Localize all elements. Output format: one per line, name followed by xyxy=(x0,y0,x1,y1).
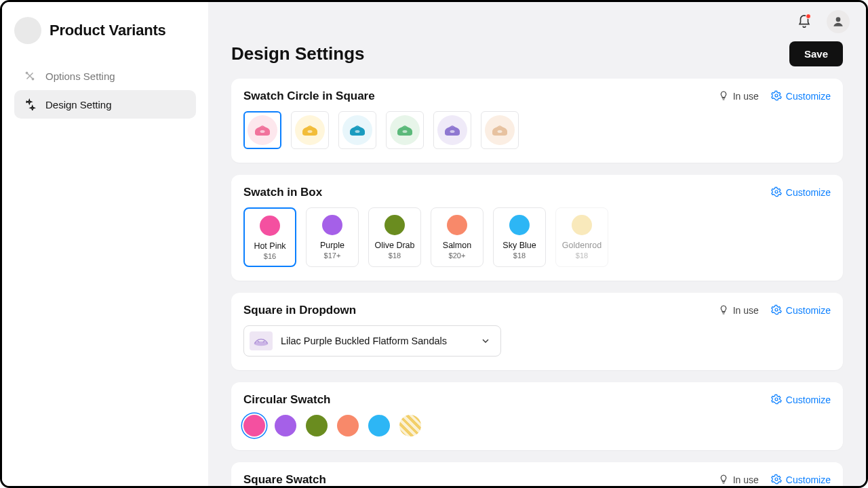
swatch-price: $18 xyxy=(372,251,418,260)
sidebar-item-label: Options Setting xyxy=(45,70,115,82)
swatch-box[interactable]: Salmon$20+ xyxy=(431,207,484,267)
bag-icon xyxy=(300,122,320,138)
sidebar-item-label: Design Setting xyxy=(45,99,112,110)
variant-dropdown[interactable]: Lilac Purple Buckled Flatform Sandals xyxy=(243,325,501,357)
lightbulb-icon xyxy=(718,474,729,487)
circular-swatch[interactable] xyxy=(243,415,265,436)
svg-point-3 xyxy=(775,94,778,97)
section-title: Swatch in Box xyxy=(243,186,322,199)
swatch-box[interactable]: Sky Blue$18 xyxy=(493,207,546,267)
lightbulb-icon xyxy=(718,304,729,317)
circular-swatch[interactable] xyxy=(399,415,421,436)
svg-point-8 xyxy=(450,130,455,133)
swatch-box[interactable]: Hot Pink$16 xyxy=(243,207,296,267)
swatch-background xyxy=(248,115,277,145)
gear-icon xyxy=(771,394,782,407)
notifications-button[interactable] xyxy=(797,14,812,29)
swatch-name: Sky Blue xyxy=(496,241,542,250)
circular-swatch[interactable] xyxy=(368,415,390,436)
gear-icon xyxy=(771,474,782,487)
swatch-name: Hot Pink xyxy=(248,241,292,251)
customize-label: Customize xyxy=(786,91,831,102)
swatch-box[interactable]: Purple$17+ xyxy=(306,207,359,267)
notification-dot-icon xyxy=(806,14,811,19)
in-use-label: In use xyxy=(733,305,759,316)
svg-point-10 xyxy=(775,190,778,193)
save-button[interactable]: Save xyxy=(789,41,843,66)
svg-point-7 xyxy=(403,130,408,133)
in-use-badge: In use xyxy=(718,90,759,103)
gear-icon xyxy=(771,186,782,199)
svg-point-12 xyxy=(254,342,269,346)
customize-label: Customize xyxy=(786,187,831,198)
swatch-tile[interactable] xyxy=(291,111,329,149)
bag-icon xyxy=(442,122,462,138)
section-circular-swatch: Circular Swatch Customize xyxy=(231,382,843,450)
customize-label: Customize xyxy=(786,394,831,405)
svg-point-2 xyxy=(836,17,841,22)
in-use-label: In use xyxy=(733,474,759,485)
in-use-badge: In use xyxy=(718,304,759,317)
tools-icon xyxy=(24,70,36,82)
page-title: Design Settings xyxy=(231,43,364,64)
color-dot xyxy=(322,215,342,235)
color-dot xyxy=(509,215,530,235)
swatch-name: Olive Drab xyxy=(372,241,418,250)
svg-point-6 xyxy=(355,130,360,133)
brand-avatar xyxy=(14,17,41,44)
swatch-tile[interactable] xyxy=(481,111,519,149)
section-square-in-dropdown: Square in Dropdown In use Customize L xyxy=(231,293,843,370)
customize-label: Customize xyxy=(786,305,831,316)
swatch-background xyxy=(295,115,325,145)
brand: Product Variants xyxy=(14,17,196,44)
swatch-tile[interactable] xyxy=(386,111,424,149)
customize-button[interactable]: Customize xyxy=(771,304,831,317)
section-title: Square Swatch xyxy=(243,473,326,486)
bag-icon xyxy=(347,122,368,138)
customize-button[interactable]: Customize xyxy=(771,90,831,103)
swatch-price: $16 xyxy=(248,252,292,260)
circular-swatch[interactable] xyxy=(275,415,296,436)
dropdown-thumbnail xyxy=(250,331,273,350)
swatch-price: $17+ xyxy=(309,251,355,260)
bag-icon xyxy=(490,122,510,138)
brand-title: Product Variants xyxy=(50,22,166,39)
swatch-tile[interactable] xyxy=(338,111,376,149)
swatch-price: $20+ xyxy=(434,251,480,260)
swatch-background xyxy=(485,115,515,145)
bag-icon xyxy=(252,122,273,138)
svg-point-9 xyxy=(498,130,502,133)
gear-icon xyxy=(771,90,782,103)
section-title: Square in Dropdown xyxy=(243,304,356,317)
swatch-box[interactable]: Olive Drab$18 xyxy=(368,207,421,267)
customize-label: Customize xyxy=(786,474,831,485)
color-dot xyxy=(260,216,280,236)
user-avatar[interactable] xyxy=(827,10,850,33)
swatch-background xyxy=(437,115,467,145)
svg-point-13 xyxy=(775,398,778,401)
customize-button[interactable]: Customize xyxy=(771,186,831,199)
customize-button[interactable]: Customize xyxy=(771,394,831,407)
swatch-name: Salmon xyxy=(434,241,480,250)
swatch-background xyxy=(342,115,372,145)
color-dot xyxy=(447,215,467,235)
swatch-price: $18 xyxy=(496,251,542,260)
swatch-name: Goldenrod xyxy=(559,241,605,250)
section-square-swatch: Square Swatch In use Customize xyxy=(231,462,843,486)
chevron-down-icon xyxy=(480,336,491,346)
customize-button[interactable]: Customize xyxy=(771,474,831,487)
section-swatch-circle-in-square: Swatch Circle in Square In use Customize xyxy=(231,79,843,163)
section-title: Circular Swatch xyxy=(243,393,331,407)
swatch-tile[interactable] xyxy=(243,111,281,149)
sparkles-icon xyxy=(24,98,36,110)
swatch-tile[interactable] xyxy=(433,111,471,149)
lightbulb-icon xyxy=(718,90,729,103)
bag-icon xyxy=(395,122,415,138)
sidebar-item-options-setting[interactable]: Options Setting xyxy=(14,62,196,90)
sidebar-item-design-setting[interactable]: Design Setting xyxy=(14,90,196,119)
circular-swatch[interactable] xyxy=(337,415,359,436)
swatch-box[interactable]: Goldenrod$18 xyxy=(555,207,608,267)
svg-point-5 xyxy=(308,130,313,133)
in-use-label: In use xyxy=(733,91,759,102)
circular-swatch[interactable] xyxy=(306,415,328,436)
